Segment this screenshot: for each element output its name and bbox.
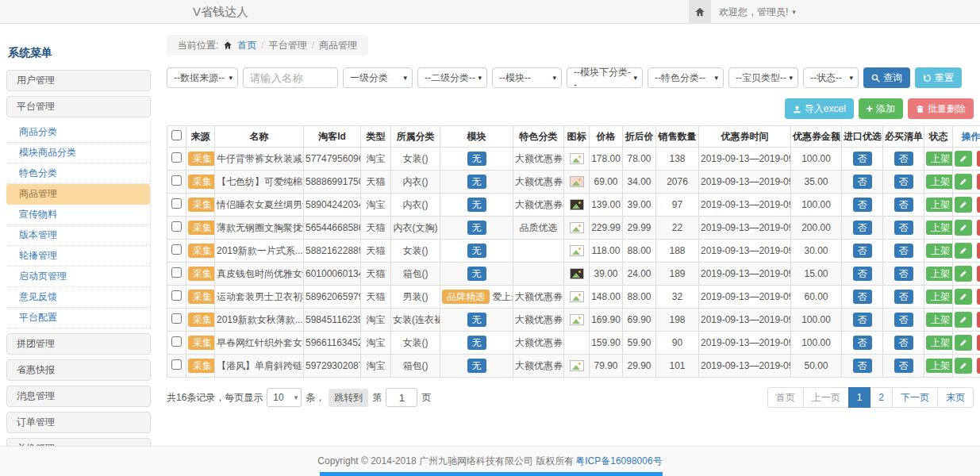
status-badge[interactable]: 上架 <box>926 336 953 350</box>
feature-select[interactable]: --特色分类-- ▾ <box>648 67 724 88</box>
edit-button[interactable] <box>955 220 972 236</box>
imported-toggle[interactable]: 否 <box>853 152 872 166</box>
delete-button[interactable] <box>977 151 980 167</box>
row-checkbox[interactable] <box>171 221 182 232</box>
edit-button[interactable] <box>955 151 972 167</box>
per-page-select[interactable]: 10 ▾ <box>267 388 302 407</box>
row-checkbox[interactable] <box>171 336 182 347</box>
search-button[interactable]: 查询 <box>863 67 910 88</box>
must-buy-toggle[interactable]: 否 <box>894 221 913 235</box>
sidebar-panel[interactable]: 拼团管理 <box>6 333 151 355</box>
status-badge[interactable]: 上架 <box>926 152 953 166</box>
imported-toggle[interactable]: 否 <box>853 359 872 373</box>
imported-toggle[interactable]: 否 <box>853 221 872 235</box>
must-buy-toggle[interactable]: 否 <box>894 152 913 166</box>
edit-button[interactable] <box>955 289 972 305</box>
delete-button[interactable] <box>977 174 980 190</box>
page-button[interactable]: 下一页 <box>892 387 938 408</box>
imported-toggle[interactable]: 否 <box>853 336 872 350</box>
delete-button[interactable] <box>977 289 980 305</box>
imported-toggle[interactable]: 否 <box>853 313 872 327</box>
reset-button[interactable]: 重置 <box>915 67 962 88</box>
imported-toggle[interactable]: 否 <box>853 198 872 212</box>
imported-toggle[interactable]: 否 <box>853 175 872 189</box>
submenu-item[interactable]: 版本管理 <box>6 225 150 246</box>
delete-button[interactable] <box>977 312 980 328</box>
submenu-item[interactable]: 商品分类 <box>6 122 150 143</box>
import-excel-button[interactable]: 导入excel <box>785 98 854 119</box>
page-button[interactable]: 2 <box>870 387 893 408</box>
must-buy-toggle[interactable]: 否 <box>894 267 913 281</box>
breadcrumb-home-link[interactable]: 首页 <box>237 39 256 52</box>
status-badge[interactable]: 上架 <box>926 198 953 212</box>
must-buy-toggle[interactable]: 否 <box>894 313 913 327</box>
submenu-item[interactable]: 平台配置 <box>6 308 150 328</box>
must-buy-toggle[interactable]: 否 <box>894 290 913 304</box>
imported-toggle[interactable]: 否 <box>853 290 872 304</box>
edit-button[interactable] <box>955 266 972 282</box>
status-select[interactable]: --状态-- ▾ <box>803 67 859 88</box>
submenu-item[interactable]: 轮播管理 <box>6 246 150 267</box>
delete-button[interactable] <box>977 335 980 351</box>
submenu-item[interactable]: 特色分类 <box>6 163 150 184</box>
submenu-item[interactable]: 宣传物料 <box>6 205 150 225</box>
data-source-select[interactable]: --数据来源-- ▾ <box>167 67 238 88</box>
module-sub-select[interactable]: --模块下分类-- ▾ <box>567 67 643 88</box>
delete-button[interactable] <box>977 243 980 259</box>
edit-button[interactable] <box>955 312 972 328</box>
page-number-input[interactable] <box>386 388 417 407</box>
row-checkbox[interactable] <box>171 152 182 163</box>
sidebar-panel[interactable]: 省惠快报 <box>6 359 151 381</box>
imported-toggle[interactable]: 否 <box>853 244 872 258</box>
submenu-item[interactable]: 商品管理 <box>6 184 150 205</box>
sidebar-panel[interactable]: 用户管理 <box>6 70 151 91</box>
must-buy-toggle[interactable]: 否 <box>894 336 913 350</box>
page-button[interactable]: 首页 <box>767 387 804 408</box>
name-search-input[interactable] <box>243 67 338 88</box>
page-button[interactable]: 1 <box>848 387 871 408</box>
row-checkbox[interactable] <box>171 198 182 209</box>
status-badge[interactable]: 上架 <box>926 267 953 281</box>
edit-button[interactable] <box>955 197 972 213</box>
select-all-checkbox[interactable] <box>171 130 182 140</box>
jump-to-button[interactable]: 跳转到 <box>329 389 368 407</box>
item-type-select[interactable]: --宝贝类型-- ▾ <box>728 67 798 88</box>
add-button[interactable]: + 添加 <box>859 98 903 119</box>
must-buy-toggle[interactable]: 否 <box>894 244 913 258</box>
module-select[interactable]: --模块-- ▾ <box>492 67 562 88</box>
edit-button[interactable] <box>955 174 972 190</box>
category1-select[interactable]: 一级分类 ▾ <box>343 67 413 88</box>
horizontal-scrollbar-thumb[interactable] <box>320 472 663 476</box>
sidebar-panel[interactable]: 订单管理 <box>6 412 151 433</box>
category2-select[interactable]: --二级分类-- ▾ <box>417 67 487 88</box>
must-buy-toggle[interactable]: 否 <box>894 198 913 212</box>
status-badge[interactable]: 上架 <box>926 290 953 304</box>
status-badge[interactable]: 上架 <box>926 221 953 235</box>
icp-link[interactable]: 粤ICP备16098006号 <box>575 455 662 468</box>
submenu-item[interactable]: 模块商品分类 <box>6 143 150 163</box>
sidebar-panel[interactable]: 消息管理 <box>6 386 151 407</box>
row-checkbox[interactable] <box>171 175 182 186</box>
status-badge[interactable]: 上架 <box>926 244 953 258</box>
page-button[interactable]: 上一页 <box>803 387 849 408</box>
delete-button[interactable] <box>977 358 980 374</box>
delete-button[interactable] <box>977 220 980 236</box>
row-checkbox[interactable] <box>171 267 182 278</box>
delete-button[interactable] <box>977 266 980 282</box>
must-buy-toggle[interactable]: 否 <box>894 359 913 373</box>
batch-delete-button[interactable]: 批量删除 <box>908 98 974 119</box>
edit-button[interactable] <box>955 243 972 259</box>
submenu-item[interactable]: 启动页管理 <box>6 267 150 287</box>
status-badge[interactable]: 上架 <box>926 175 953 189</box>
row-checkbox[interactable] <box>171 290 182 301</box>
sidebar-panel[interactable]: 平台管理 <box>6 96 151 117</box>
page-button[interactable]: 末页 <box>937 387 974 408</box>
row-checkbox[interactable] <box>171 313 182 324</box>
status-badge[interactable]: 上架 <box>926 313 953 327</box>
edit-button[interactable] <box>955 358 972 374</box>
imported-toggle[interactable]: 否 <box>853 267 872 281</box>
status-badge[interactable]: 上架 <box>926 359 953 373</box>
edit-button[interactable] <box>955 335 972 351</box>
user-menu[interactable]: 欢迎您，管理员! ▾ <box>719 0 796 24</box>
must-buy-toggle[interactable]: 否 <box>894 175 913 189</box>
